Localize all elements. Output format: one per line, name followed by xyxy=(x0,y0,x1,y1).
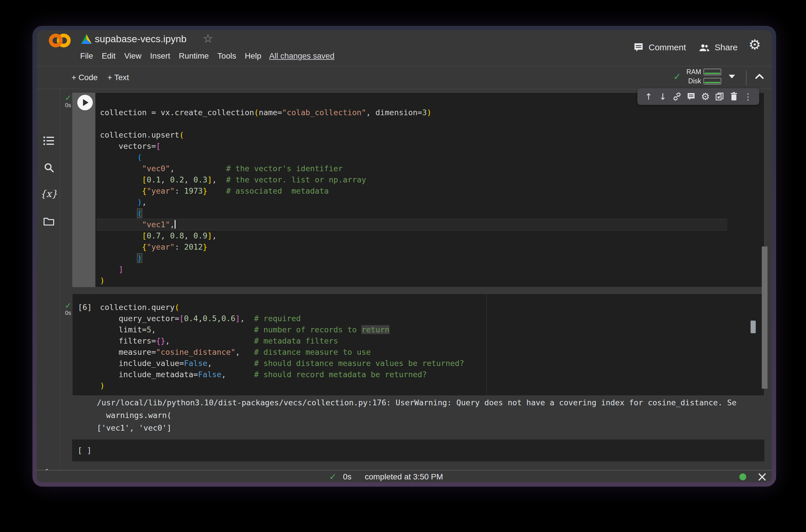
search-icon[interactable] xyxy=(42,161,55,174)
code-line xyxy=(100,118,431,129)
colab-logo-ring-left xyxy=(49,34,63,48)
menu-item[interactable]: Help xyxy=(241,52,266,61)
code-line: ( xyxy=(100,152,431,163)
more-cell-actions-icon[interactable]: ⋮ xyxy=(743,91,753,102)
files-icon[interactable] xyxy=(42,215,55,228)
editor-settings-gear-icon[interactable]: ⚙ xyxy=(700,91,711,102)
resources-dropdown-icon[interactable] xyxy=(729,75,735,78)
cell2-output: /usr/local/lib/python3.10/dist-packages/… xyxy=(97,396,771,434)
disk-usage-bar xyxy=(704,78,721,84)
drive-icon xyxy=(81,34,92,44)
code-line: ) xyxy=(100,252,431,264)
comment-button[interactable]: Comment xyxy=(633,40,686,54)
changes-saved-link[interactable]: All changes saved xyxy=(269,52,334,61)
status-close-icon[interactable]: × xyxy=(756,469,768,482)
table-of-contents-icon[interactable] xyxy=(42,134,55,147)
menu-item[interactable]: File xyxy=(76,52,97,61)
notebook-title[interactable]: supabase-vecs.ipynb xyxy=(95,33,187,44)
status-check-icon: ✓ xyxy=(329,472,337,482)
code-line: "vec0", # the vector's identifier xyxy=(100,163,431,174)
notebook-scrollbar-thumb[interactable] xyxy=(762,246,768,389)
code-line: ), xyxy=(100,196,431,208)
colab-window: supabase-vecs.ipynb ☆ FileEditViewInsert… xyxy=(33,26,776,487)
code-line: {"year": 1973} # associated metadata xyxy=(100,185,431,196)
menubar: FileEditViewInsertRuntimeToolsHelp xyxy=(76,50,266,62)
cell-toolbar: ↑ ↓ ⚙ xyxy=(637,88,759,105)
code-line: include_metadata=False, # should record … xyxy=(100,369,464,380)
move-cell-up-icon[interactable]: ↑ xyxy=(644,91,654,102)
notebook-toolbar: + Code + Text ✓ RAM Disk xyxy=(37,66,772,89)
ram-label: RAM xyxy=(685,68,701,76)
empty-cell-exec-count: [ ] xyxy=(78,445,92,456)
code-line: {"year": 2012} xyxy=(100,241,431,252)
code-line: collection.upsert( xyxy=(100,129,431,140)
code-line: ] xyxy=(100,264,431,275)
toolbar-divider xyxy=(746,71,747,85)
code-line: collection.query( xyxy=(100,302,464,313)
comment-icon xyxy=(633,42,644,53)
cell2-editor[interactable]: collection.query( query_vector=[0.4,0.5,… xyxy=(100,302,464,391)
delete-cell-icon[interactable] xyxy=(729,91,739,102)
add-text-button[interactable]: + Text xyxy=(108,66,129,89)
code-line: vectors=[ xyxy=(100,140,431,152)
people-icon xyxy=(698,42,710,53)
variables-icon[interactable]: {x} xyxy=(42,187,55,200)
move-cell-down-icon[interactable]: ↓ xyxy=(657,91,668,102)
cell1-gutter xyxy=(72,93,95,287)
menu-item[interactable]: Insert xyxy=(146,52,175,61)
output-line: warnings.warn( xyxy=(97,409,771,422)
mirror-cell-icon[interactable] xyxy=(714,91,725,102)
code-line: collection = vx.create_collection(name="… xyxy=(100,107,431,118)
code-line: ( xyxy=(100,208,431,219)
notebook-area: {x} < > >_ ✓ xyxy=(37,89,772,470)
code-line: ) xyxy=(100,380,464,391)
add-code-button[interactable]: + Code xyxy=(72,66,98,89)
menu-item[interactable]: Edit xyxy=(97,52,120,61)
resource-monitor[interactable]: ✓ RAM Disk xyxy=(673,68,735,85)
menu-item[interactable]: View xyxy=(120,52,146,61)
add-comment-icon[interactable] xyxy=(686,91,696,102)
disk-label: Disk xyxy=(685,77,701,85)
execution-status-bar: ✓ 0s completed at 3:50 PM × xyxy=(37,470,772,482)
run-cell-button[interactable] xyxy=(77,95,93,110)
settings-gear-icon[interactable]: ⚙ xyxy=(749,37,761,53)
status-duration: 0s xyxy=(343,472,351,481)
play-icon xyxy=(83,99,89,106)
code-line: "vec1", xyxy=(100,219,431,230)
cell-scrollbar-thumb[interactable] xyxy=(751,321,756,333)
connected-check-icon: ✓ xyxy=(673,71,681,82)
output-line: /usr/local/lib/python3.10/dist-packages/… xyxy=(97,396,771,409)
star-icon[interactable]: ☆ xyxy=(203,32,213,45)
code-line: limit=5, # number of records to return xyxy=(100,324,464,335)
left-sidebar: {x} < > >_ xyxy=(37,89,60,470)
code-line: filters={}, # metadata filters xyxy=(100,335,464,346)
output-line: ['vec1', 'vec0'] xyxy=(97,422,771,434)
colab-app: supabase-vecs.ipynb ☆ FileEditViewInsert… xyxy=(37,30,772,482)
colab-logo[interactable] xyxy=(49,34,71,48)
empty-code-cell[interactable]: [ ] xyxy=(72,439,764,461)
menu-item[interactable]: Runtime xyxy=(175,52,213,61)
share-label: Share xyxy=(715,42,737,52)
menu-item[interactable]: Tools xyxy=(213,52,241,61)
ram-usage-bar xyxy=(704,69,721,75)
code-line: query_vector=[0.4,0.5,0.6], # required xyxy=(100,313,464,324)
code-line: [0.1, 0.2, 0.3], # the vector. list or n… xyxy=(100,174,431,185)
code-line: ) xyxy=(100,275,431,286)
status-message: completed at 3:50 PM xyxy=(365,472,443,481)
code-line: include_value=False, # should distance m… xyxy=(100,358,464,369)
code-cell-2[interactable]: [6] collection.query( query_vector=[0.4,… xyxy=(72,293,764,396)
code-line: measure="cosine_distance", # distance me… xyxy=(100,346,464,358)
code-line: [0.7, 0.8, 0.9], xyxy=(100,230,431,241)
copy-link-to-cell-icon[interactable] xyxy=(672,91,682,102)
cell1-editor[interactable]: collection = vx.create_collection(name="… xyxy=(100,107,431,286)
cell2-exec-count[interactable]: [6] xyxy=(78,302,92,313)
status-green-dot xyxy=(740,473,746,480)
collapse-header-button[interactable] xyxy=(754,73,765,80)
comment-label: Comment xyxy=(649,42,686,52)
code-cell-1[interactable]: collection = vx.create_collection(name="… xyxy=(72,93,764,287)
share-button[interactable]: Share xyxy=(698,40,737,54)
